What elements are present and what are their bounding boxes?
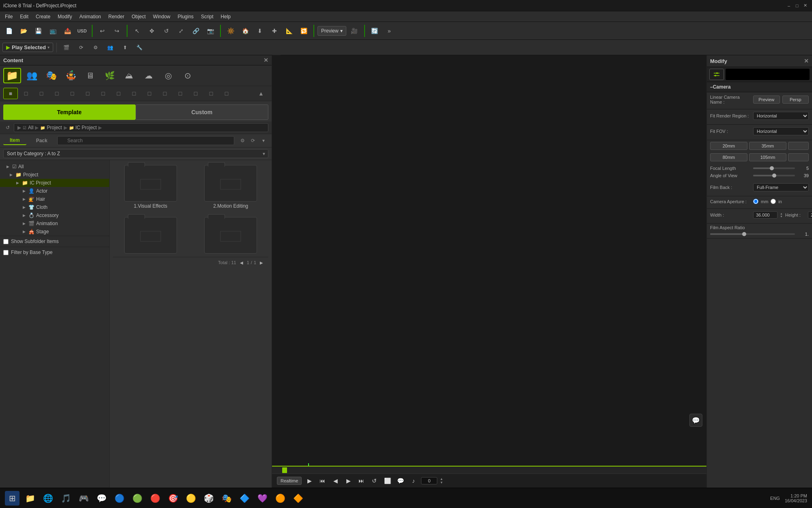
viewport[interactable]: 💬 Realtime ▶ ⏮ ◀ ▶ ⏭ ↺ ⬜ 💬 ♪ ▲ [272, 55, 706, 508]
circle-category-icon[interactable]: ◎ [159, 68, 177, 83]
template-tab[interactable]: Template [3, 104, 136, 120]
play-button[interactable]: ▶ [304, 475, 315, 486]
loop-button[interactable]: ↺ [369, 475, 380, 486]
tree-cloth[interactable]: ▶ 👕 Cloth [0, 203, 109, 211]
taskbar-app1[interactable]: 🎮 [76, 491, 91, 506]
menu-plugins[interactable]: Plugins [175, 13, 197, 20]
extra1-button[interactable]: 🔄 [368, 24, 381, 37]
persp-cam-btn[interactable]: Persp [782, 96, 809, 104]
taskbar-app7[interactable]: 🟡 [184, 491, 198, 506]
breadcrumb-icproject[interactable]: IC Project [76, 125, 97, 130]
small-icon-12[interactable]: □ [188, 88, 203, 99]
record-button[interactable]: 🎥 [348, 24, 361, 37]
link-button[interactable]: 🔗 [189, 24, 202, 37]
custom-tab[interactable]: Custom [136, 104, 269, 120]
close-button[interactable]: ✕ [801, 2, 809, 9]
usd-button[interactable]: USD [76, 24, 89, 37]
branch-category-icon[interactable]: 🌿 [101, 68, 119, 83]
content-panel-close[interactable]: ✕ [263, 57, 268, 63]
film-back-select[interactable]: Full-Frame APS-C Custom [753, 183, 809, 191]
puppet-category-icon[interactable]: 🤹 [62, 68, 80, 83]
rotate-button[interactable]: ↺ [160, 24, 173, 37]
time-spinner[interactable]: ▲ ▼ [440, 477, 443, 484]
modify-tab-active[interactable] [709, 69, 724, 80]
breadcrumb-project[interactable]: Project [47, 125, 62, 130]
home-button[interactable]: 🏠 [239, 24, 252, 37]
focal-35mm-btn[interactable]: 35mm [749, 142, 786, 150]
menu-help[interactable]: Help [218, 13, 234, 20]
folder-visual-effects[interactable]: 1.Visual Effects [113, 163, 188, 211]
breadcrumb-back-btn[interactable]: ↺ [3, 123, 12, 132]
new-button[interactable]: 📄 [2, 24, 15, 37]
start-button[interactable]: ⊞ [5, 491, 19, 506]
menu-modify[interactable]: Modify [54, 13, 75, 20]
tree-stage[interactable]: ▶ 🎪 Stage [0, 228, 109, 236]
small-icon-14[interactable]: □ [219, 88, 234, 99]
folder-motion-editing[interactable]: 2.Motion Editing [193, 163, 269, 211]
taskbar-browser[interactable]: 🌐 [41, 491, 55, 506]
play-selected-dropdown[interactable]: ▶ Play Selected ▾ [2, 43, 53, 52]
move-button[interactable]: ✥ [145, 24, 158, 37]
width-input[interactable] [753, 211, 777, 219]
menu-window[interactable]: Window [150, 13, 174, 20]
film-aspect-track[interactable] [710, 233, 795, 235]
taskbar-app3[interactable]: 🔵 [112, 491, 127, 506]
angle-thumb[interactable] [772, 174, 776, 178]
height-input[interactable] [808, 211, 812, 219]
tree-all[interactable]: ▶ ☑ All [0, 163, 109, 171]
timeline-cursor[interactable] [282, 467, 287, 473]
scene-btn[interactable]: 🎬 [60, 41, 73, 54]
people-category-icon[interactable]: 👥 [23, 68, 41, 83]
aperture-mm-radio[interactable] [753, 199, 758, 204]
mountain-category-icon[interactable]: ⛰ [120, 68, 138, 83]
page-next-btn[interactable]: ▶ [258, 259, 265, 266]
show-subfolder-checkbox[interactable] [3, 239, 9, 244]
menu-file[interactable]: File [2, 13, 16, 20]
small-icon-8[interactable]: □ [127, 88, 141, 99]
maximize-button[interactable]: □ [793, 2, 801, 9]
dots-category-icon[interactable]: ⊙ [179, 68, 197, 83]
undo-button[interactable]: ↩ [96, 24, 109, 37]
small-icon-10[interactable]: □ [158, 88, 172, 99]
time-input[interactable] [421, 477, 437, 484]
tree-hair[interactable]: ▶ 💇 Hair [0, 195, 109, 203]
redo-button[interactable]: ↪ [110, 24, 123, 37]
tree-animation[interactable]: ▶ 🎬 Animation [0, 219, 109, 228]
refresh-btn[interactable]: ⟳ [75, 41, 88, 54]
preview-record-button[interactable]: 📺 [46, 24, 59, 37]
cloud-category-icon[interactable]: ☁ [140, 68, 158, 83]
menu-animation[interactable]: Animation [76, 13, 104, 20]
small-icon-9[interactable]: □ [142, 88, 157, 99]
light-button[interactable]: 🔆 [224, 24, 237, 37]
tree-accessory[interactable]: ▶ 💍 Accessory [0, 211, 109, 219]
focal-80mm-btn[interactable]: 80mm [710, 153, 747, 161]
timeline-track[interactable] [272, 467, 706, 474]
width-spinner[interactable]: ▲ ▼ [780, 212, 783, 218]
save-button[interactable]: 💾 [32, 24, 45, 37]
tree-actor[interactable]: ▶ 👤 Actor [0, 187, 109, 195]
add-button[interactable]: ✚ [268, 24, 281, 37]
item-tab[interactable]: Item [3, 136, 26, 145]
refresh-search-btn[interactable]: ⟳ [248, 136, 258, 145]
head-category-icon[interactable]: 🎭 [42, 68, 60, 83]
camera-button[interactable]: 📷 [204, 24, 217, 37]
folder-3[interactable] [113, 215, 188, 257]
note-tl-button[interactable]: ♪ [408, 475, 419, 486]
grid-button[interactable]: 📐 [283, 24, 296, 37]
small-icon-2[interactable]: □ [34, 88, 49, 99]
sort-dropdown[interactable]: Sort by Category : A to Z Sort by Name :… [3, 149, 268, 158]
small-icon-1[interactable]: □ [19, 88, 33, 99]
focal-length-thumb[interactable] [770, 166, 774, 170]
small-icon-4[interactable]: □ [65, 88, 80, 99]
tree-project[interactable]: ▶ 📁 Project [0, 171, 109, 179]
small-icon-6[interactable]: □ [96, 88, 110, 99]
folder-category-icon[interactable]: 📁 [3, 68, 21, 83]
taskbar-app6[interactable]: 🎯 [166, 491, 180, 506]
taskbar-app13[interactable]: 🔶 [291, 491, 305, 506]
taskbar-app10[interactable]: 🔷 [237, 491, 252, 506]
small-icon-3[interactable]: □ [50, 88, 64, 99]
filter-base-checkbox[interactable] [3, 250, 9, 255]
taskbar-app9[interactable]: 🎭 [219, 491, 234, 506]
crop-button[interactable]: ⬜ [382, 475, 393, 486]
taskbar-app5[interactable]: 🔴 [148, 491, 162, 506]
